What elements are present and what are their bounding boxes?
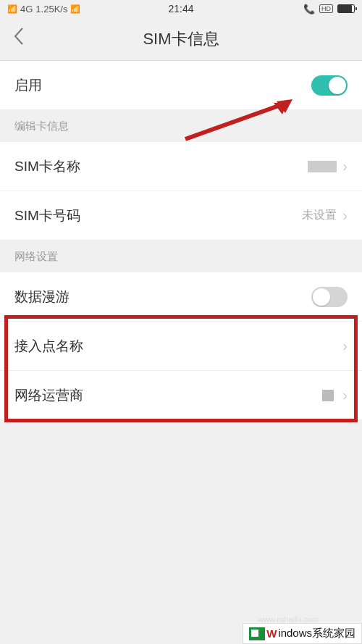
data-roaming-row[interactable]: 数据漫游 [0,272,362,322]
sim-number-row[interactable]: SIM卡号码 未设置 › [0,191,362,241]
call-icon: 📞 [303,4,315,14]
section-network-settings: 网络设置 [0,241,362,272]
status-left: 📶 4G 1.25K/s 📶 [7,4,80,14]
network-type: 4G [20,4,33,14]
sim-name-row[interactable]: SIM卡名称 › [0,142,362,191]
apn-label: 接入点名称 [14,337,83,356]
page-title: SIM卡信息 [0,28,362,50]
status-time: 21:44 [168,3,193,14]
signal-icon: 📶 [7,4,17,14]
data-roaming-toggle[interactable] [311,287,348,307]
sim-name-label: SIM卡名称 [14,157,80,176]
battery-icon [337,4,355,13]
carrier-row[interactable]: 网络运营商 › [0,371,362,420]
wifi-icon: 📶 [70,4,80,14]
apn-row[interactable]: 接入点名称 › [0,322,362,371]
carrier-label: 网络运营商 [14,386,83,405]
watermark: Windows系统家园 [243,623,362,644]
back-button[interactable] [13,27,25,51]
chevron-right-icon: › [342,387,348,403]
chevron-right-icon: › [342,338,348,354]
sim-number-label: SIM卡号码 [14,206,80,225]
enable-row[interactable]: 启用 [0,61,362,110]
sim-name-value-redacted [308,161,337,172]
network-speed: 1.25K/s [35,4,67,14]
watermark-brand-w: W [266,627,277,640]
section-edit-card-info: 编辑卡信息 [0,110,362,142]
data-roaming-label: 数据漫游 [14,288,70,306]
chevron-right-icon: › [342,207,348,224]
watermark-brand-rest: indows系统家园 [278,627,355,640]
sim-number-value: 未设置 [302,208,337,223]
enable-toggle[interactable] [311,75,348,96]
status-right: 📞 HD [303,4,355,14]
chevron-right-icon: › [342,158,348,175]
watermark-logo-icon [249,627,265,640]
enable-label: 启用 [14,76,42,95]
page-header: SIM卡信息 [0,17,362,61]
carrier-value-redacted [322,390,334,401]
status-bar: 📶 4G 1.25K/s 📶 21:44 📞 HD [0,0,362,17]
hd-badge: HD [319,4,333,13]
